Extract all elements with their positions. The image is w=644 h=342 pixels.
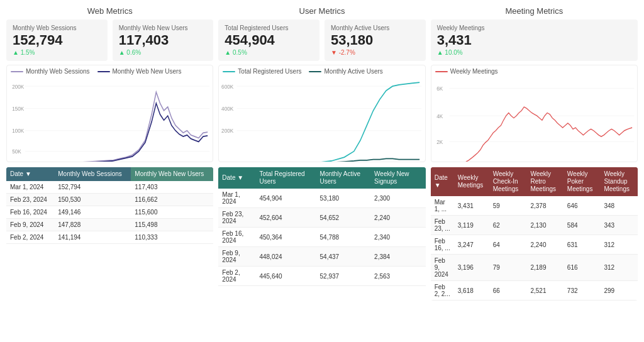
tables-section: Date ▼ Monthly Web Sessions Monthly Web … — [6, 167, 638, 301]
web-new-users-4: 115,498 — [131, 219, 213, 231]
web-new-users-change: ▲ 0.6% — [119, 49, 208, 56]
poker-3: 631 — [564, 235, 601, 255]
web-sessions-header[interactable]: Monthly Web Sessions — [54, 167, 131, 181]
weekly-meetings-change: ▲ 10.0% — [437, 49, 631, 56]
weekly-signups-4: 2,384 — [370, 247, 426, 267]
sort-icon: ▼ — [25, 170, 31, 177]
web-table-body: Mar 1, 2024 152,794 117,403 Feb 23, 2024… — [6, 181, 213, 244]
poker-5: 732 — [564, 281, 601, 301]
monthly-active-label: Monthly Active Users — [331, 25, 419, 31]
poker-header[interactable]: Weekly Poker Meetings — [564, 167, 601, 196]
total-reg-2: 452,604 — [255, 208, 316, 228]
svg-text:600K: 600K — [221, 83, 233, 90]
web-new-users-label: Monthly Web New Users — [119, 25, 208, 31]
retro-3: 2,240 — [526, 235, 563, 255]
meeting-chart-area: Weekly Meetings 6K 4K 2K 0 — [431, 65, 638, 162]
ci-4: 79 — [489, 255, 527, 281]
checkin-header[interactable]: Weekly Check-In Meetings — [489, 167, 527, 196]
web-legend-new-users-label: Monthly Web New Users — [113, 68, 182, 75]
web-table-wrap: Date ▼ Monthly Web Sessions Monthly Web … — [6, 167, 213, 301]
user-date-header[interactable]: Date ▼ — [218, 167, 255, 189]
web-chart-svg: 200K 150K 100K 50K 0 Mar 7, 2 — [7, 77, 213, 162]
table-row: Feb 2, 2024 141,194 110,333 — [6, 231, 213, 244]
meeting-legend-weekly: Weekly Meetings — [435, 68, 498, 75]
sort-icon: ▼ — [237, 174, 243, 181]
svg-text:50K: 50K — [12, 148, 21, 155]
poker-2: 584 — [564, 216, 601, 235]
meeting-chart-svg: 6K 4K 2K 0 May 3, 2019 Dec 11, 2020 Jul … — [431, 77, 637, 162]
user-table-wrap: Date ▼ Total Registered Users Monthly Ac… — [218, 167, 425, 301]
web-sessions-value: 152,794 — [13, 33, 101, 48]
poker-4: 616 — [564, 255, 601, 281]
user-legend-registered-label: Total Registered Users — [238, 68, 301, 75]
web-date-5: Feb 2, 2024 — [6, 231, 54, 244]
weekly-signups-header[interactable]: Weekly New Signups — [370, 167, 426, 189]
web-new-users-3: 115,600 — [131, 206, 213, 219]
total-registered-card: Total Registered Users 454,904 ▲ 0.5% — [218, 19, 319, 61]
total-reg-header[interactable]: Total Registered Users — [255, 167, 316, 189]
weekly-signups-2: 2,240 — [370, 208, 426, 228]
web-sessions-5: 141,194 — [54, 231, 131, 244]
web-sessions-3: 149,146 — [54, 206, 131, 219]
monthly-active-3: 54,788 — [316, 228, 371, 247]
monthly-active-5: 52,937 — [316, 267, 371, 286]
ci-5: 66 — [489, 281, 527, 301]
web-legend-new-users: Monthly Web New Users — [97, 68, 182, 75]
meeting-date-header[interactable]: Date ▼ — [431, 167, 454, 196]
user-table-body: Mar 1, 2024 454,904 53,180 2,300 Feb 23,… — [218, 189, 425, 286]
total-reg-5: 445,640 — [255, 267, 316, 286]
table-row: Mar 1, 2024 152,794 117,403 — [6, 181, 213, 194]
wm-2: 3,119 — [454, 216, 489, 235]
monthly-active-header[interactable]: Monthly Active Users — [316, 167, 371, 189]
table-row: Feb 16, ... 3,247 64 2,240 631 312 — [431, 235, 638, 255]
wm-3: 3,247 — [454, 235, 489, 255]
total-reg-1: 454,904 — [255, 189, 316, 208]
web-date-header[interactable]: Date ▼ — [6, 167, 54, 181]
weekly-meetings-label: Weekly Meetings — [437, 25, 631, 31]
meeting-date-3: Feb 16, ... — [431, 235, 454, 255]
user-chart-svg: 600K 400K 200K 0 Mar 7, 2016 Nov 4, 2018 — [219, 77, 425, 162]
total-registered-value: 454,904 — [225, 33, 313, 48]
user-legend-active: Monthly Active Users — [309, 68, 382, 75]
svg-text:4K: 4K — [436, 113, 443, 119]
user-metric-cards: Total Registered Users 454,904 ▲ 0.5% Mo… — [218, 19, 425, 61]
meeting-date-2: Feb 23, ... — [431, 216, 454, 235]
web-metrics-panel: Web Metrics Monthly Web Sessions 152,794… — [6, 6, 213, 162]
monthly-active-1: 53,180 — [316, 189, 371, 208]
wm-5: 3,618 — [454, 281, 489, 301]
standup-1: 348 — [600, 196, 638, 216]
table-row: Feb 16, 2024 149,146 115,600 — [6, 206, 213, 219]
meeting-legend-label: Weekly Meetings — [450, 68, 498, 75]
meeting-metric-cards: Weekly Meetings 3,431 ▲ 10.0% — [431, 19, 638, 61]
total-reg-3: 450,364 — [255, 228, 316, 247]
meeting-metrics-title: Meeting Metrics — [431, 6, 638, 16]
web-metric-cards: Monthly Web Sessions 152,794 ▲ 1.5% Mont… — [6, 19, 213, 61]
table-row: Feb 23, 2024 452,604 54,652 2,240 — [218, 208, 425, 228]
table-row: Feb 2, 2... 3,618 66 2,521 732 299 — [431, 281, 638, 301]
table-row: Feb 23, 2024 150,530 116,662 — [6, 194, 213, 206]
web-new-users-1: 117,403 — [131, 181, 213, 194]
weekly-meetings-card: Weekly Meetings 3,431 ▲ 10.0% — [431, 19, 638, 61]
standup-header[interactable]: Weekly Standup Meetings — [600, 167, 638, 196]
meeting-date-5: Feb 2, 2... — [431, 281, 454, 301]
retro-2: 2,130 — [526, 216, 563, 235]
svg-text:400K: 400K — [221, 106, 233, 113]
web-sessions-card: Monthly Web Sessions 152,794 ▲ 1.5% — [6, 19, 108, 61]
user-date-4: Feb 9, 2024 — [218, 247, 255, 267]
web-table-header: Date ▼ Monthly Web Sessions Monthly Web … — [6, 167, 213, 181]
web-chart-legend: Monthly Web Sessions Monthly Web New Use… — [7, 65, 213, 77]
retro-header[interactable]: Weekly Retro Meetings — [526, 167, 563, 196]
weekly-meetings-value: 3,431 — [437, 33, 631, 48]
table-row: Mar 1, 2024 454,904 53,180 2,300 — [218, 189, 425, 208]
monthly-active-card: Monthly Active Users 53,180 ▼ -2.7% — [325, 19, 426, 61]
total-reg-4: 448,024 — [255, 247, 316, 267]
user-metrics-title: User Metrics — [218, 6, 425, 16]
user-legend-active-label: Monthly Active Users — [324, 68, 382, 75]
meeting-table-wrap: Date ▼ Weekly Meetings Weekly Check-In M… — [431, 167, 638, 301]
sort-icon: ▼ — [435, 182, 441, 189]
table-row: Feb 2, 2024 445,640 52,937 2,563 — [218, 267, 425, 286]
top-section: Web Metrics Monthly Web Sessions 152,794… — [6, 6, 638, 162]
user-table-header: Date ▼ Total Registered Users Monthly Ac… — [218, 167, 425, 189]
weekly-meetings-header[interactable]: Weekly Meetings — [454, 167, 489, 196]
web-new-users-header[interactable]: Monthly Web New Users — [131, 167, 213, 181]
